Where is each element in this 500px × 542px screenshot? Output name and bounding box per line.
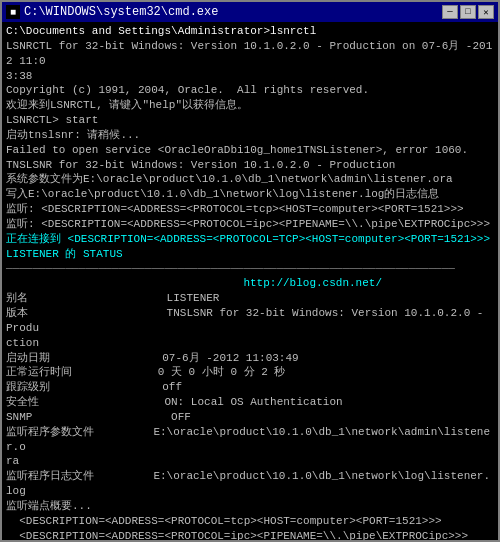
title-bar-left: ■ C:\WINDOWS\system32\cmd.exe	[6, 5, 218, 19]
terminal-line: Failed to open service <OracleOraDbi10g_…	[6, 143, 494, 158]
terminal-line: LSNRCTL> start	[6, 113, 494, 128]
terminal-line: 启动tnslsnr: 请稍候...	[6, 128, 494, 143]
maximize-button[interactable]: □	[460, 5, 476, 19]
terminal-line: ction	[6, 336, 494, 351]
cmd-window: ■ C:\WINDOWS\system32\cmd.exe ─ □ ✕ C:\D…	[0, 0, 500, 542]
title-bar-buttons: ─ □ ✕	[442, 5, 494, 19]
terminal-line: 3:38	[6, 69, 494, 84]
cmd-icon: ■	[6, 5, 20, 19]
terminal-line: 安全性 ON: Local OS Authentication	[6, 395, 494, 410]
terminal-line: 启动日期 07-6月 -2012 11:03:49	[6, 351, 494, 366]
terminal-line: 监听: <DESCRIPTION=<ADDRESS=<PROTOCOL=ipc>…	[6, 217, 494, 232]
terminal-line: 别名 LISTENER	[6, 291, 494, 306]
terminal-line: 版本 TNSLSNR for 32-bit Windows: Version 1…	[6, 306, 494, 336]
terminal-line: Copyright (c) 1991, 2004, Oracle. All ri…	[6, 83, 494, 98]
terminal-line: 欢迎来到LSNRCTL, 请键入"help"以获得信息。	[6, 98, 494, 113]
terminal-line: ra	[6, 454, 494, 469]
terminal-line: TNSLSNR for 32-bit Windows: Version 10.1…	[6, 158, 494, 173]
terminal-line: 跟踪级别 off	[6, 380, 494, 395]
window-title: C:\WINDOWS\system32\cmd.exe	[24, 5, 218, 19]
terminal-line: http://blog.csdn.net/	[6, 276, 494, 291]
terminal-line: 系统参数文件为E:\oracle\product\10.1.0\db_1\net…	[6, 172, 494, 187]
terminal-line: LSNRCTL for 32-bit Windows: Version 10.1…	[6, 39, 494, 69]
terminal-line: ────────────────────────────────────────…	[6, 262, 494, 277]
terminal-line: SNMP OFF	[6, 410, 494, 425]
terminal-line: 监听程序参数文件 E:\oracle\product\10.1.0\db_1\n…	[6, 425, 494, 455]
title-bar: ■ C:\WINDOWS\system32\cmd.exe ─ □ ✕	[2, 2, 498, 22]
terminal-line: <DESCRIPTION=<ADDRESS=<PROTOCOL=tcp><HOS…	[6, 514, 494, 529]
terminal-line: LISTENER 的 STATUS	[6, 247, 494, 262]
terminal-line: 正常运行时间 0 天 0 小时 0 分 2 秒	[6, 365, 494, 380]
terminal-line: 写入E:\oracle\product\10.1.0\db_1\network\…	[6, 187, 494, 202]
terminal-line: 监听: <DESCRIPTION=<ADDRESS=<PROTOCOL=tcp>…	[6, 202, 494, 217]
minimize-button[interactable]: ─	[442, 5, 458, 19]
terminal-line: <DESCRIPTION=<ADDRESS=<PROTOCOL=ipc><PIP…	[6, 529, 494, 540]
close-button[interactable]: ✕	[478, 5, 494, 19]
terminal-line: C:\Documents and Settings\Administrator>…	[6, 24, 494, 39]
terminal-line: 监听端点概要...	[6, 499, 494, 514]
terminal-output: C:\Documents and Settings\Administrator>…	[2, 22, 498, 540]
terminal-line: 正在连接到 <DESCRIPTION=<ADDRESS=<PROTOCOL=TC…	[6, 232, 494, 247]
terminal-line: 监听程序日志文件 E:\oracle\product\10.1.0\db_1\n…	[6, 469, 494, 499]
